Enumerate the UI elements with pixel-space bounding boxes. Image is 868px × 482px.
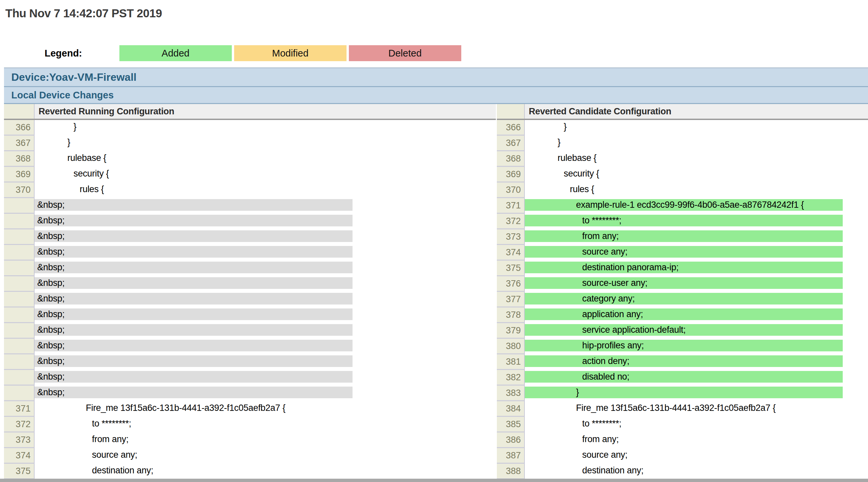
config-line-cell: &nbsp;	[35, 261, 496, 276]
config-line-placeholder: &nbsp;	[35, 293, 352, 304]
line-number: 384	[497, 401, 525, 417]
config-line-normal: rulebase {	[35, 152, 496, 164]
diff-row: &nbsp;	[4, 245, 496, 261]
config-line-cell: rules {	[35, 183, 496, 198]
diff-row: 377category any;	[497, 292, 868, 308]
line-number	[4, 339, 35, 354]
config-line-added: destination panorama-ip;	[525, 262, 843, 273]
config-line-placeholder: &nbsp;	[35, 340, 352, 351]
line-number: 373	[4, 432, 35, 448]
line-number: 378	[497, 308, 525, 323]
diff-row: 373from any;	[4, 432, 496, 448]
config-line-cell: &nbsp;	[35, 339, 496, 354]
line-number: 372	[497, 214, 525, 229]
line-number	[4, 198, 35, 214]
config-line-placeholder: &nbsp;	[35, 355, 352, 367]
device-section: Device:Yoav-VM-Firewall Local Device Cha…	[4, 67, 868, 104]
config-line-cell: &nbsp;	[35, 323, 496, 339]
diff-row: &nbsp;	[4, 386, 496, 401]
config-line-cell: }	[35, 136, 496, 151]
diff-row: 388destination any;	[497, 464, 868, 479]
config-line-cell: rulebase {	[35, 151, 496, 167]
config-line-cell: &nbsp;	[35, 198, 496, 214]
config-line-cell: &nbsp;	[35, 386, 496, 401]
diff-row: 367}	[497, 136, 868, 151]
horizontal-scrollbar[interactable]	[0, 479, 868, 482]
config-line-placeholder: &nbsp;	[35, 262, 352, 273]
config-line-cell: Fire_me 13f15a6c-131b-4441-a392-f1c05aef…	[35, 401, 496, 417]
line-number: 387	[497, 448, 525, 464]
line-number: 382	[497, 370, 525, 386]
diff-row: 373from any;	[497, 229, 868, 245]
line-number: 381	[497, 354, 525, 370]
local-device-changes-bar: Local Device Changes	[4, 87, 868, 104]
line-number	[4, 276, 35, 292]
legend-item-modified: Modified	[234, 45, 346, 61]
config-line-normal: to ********;	[525, 418, 868, 429]
config-line-normal: security {	[35, 168, 496, 180]
line-number: 373	[497, 229, 525, 245]
config-line-added: to ********;	[525, 215, 843, 226]
line-number: 383	[497, 386, 525, 401]
diff-row: 386from any;	[497, 432, 868, 448]
config-line-cell: destination panorama-ip;	[525, 261, 868, 276]
config-line-cell: from any;	[35, 432, 496, 448]
config-line-placeholder: &nbsp;	[35, 246, 352, 258]
line-number: 374	[497, 245, 525, 261]
config-line-cell: source-user any;	[525, 276, 868, 292]
diff-row: 374source any;	[497, 245, 868, 261]
line-number	[4, 214, 35, 229]
config-line-normal: }	[525, 121, 868, 133]
config-line-normal: to ********;	[35, 418, 496, 429]
config-line-normal: destination any;	[525, 465, 868, 476]
config-line-cell: Fire_me 13f15a6c-131b-4441-a392-f1c05aef…	[525, 401, 868, 417]
config-line-added: disabled no;	[525, 371, 843, 383]
config-line-cell: to ********;	[525, 214, 868, 229]
diff-row: 371Fire_me 13f15a6c-131b-4441-a392-f1c05…	[4, 401, 496, 417]
config-line-added: category any;	[525, 293, 843, 304]
config-line-normal: source any;	[525, 449, 868, 461]
line-number-header	[4, 104, 35, 119]
diff-row: 382disabled no;	[497, 370, 868, 386]
config-line-normal: rules {	[35, 184, 496, 195]
config-line-placeholder: &nbsp;	[35, 277, 352, 289]
config-line-cell: source any;	[35, 448, 496, 464]
line-number	[4, 245, 35, 261]
diff-row: &nbsp;	[4, 198, 496, 214]
config-line-normal: }	[35, 121, 496, 133]
config-line-placeholder: &nbsp;	[35, 215, 352, 226]
line-number	[4, 308, 35, 323]
config-line-cell: &nbsp;	[35, 276, 496, 292]
line-number: 376	[497, 276, 525, 292]
config-line-added: application any;	[525, 309, 843, 320]
config-line-added: hip-profiles any;	[525, 340, 843, 351]
diff-row: &nbsp;	[4, 276, 496, 292]
line-number: 366	[497, 120, 525, 136]
diff-row: 383}	[497, 386, 868, 401]
config-line-placeholder: &nbsp;	[35, 230, 352, 242]
line-number-header	[497, 104, 525, 119]
config-line-cell: &nbsp;	[35, 308, 496, 323]
line-number: 375	[4, 464, 35, 479]
line-number: 375	[497, 261, 525, 276]
candidate-config-body: 366}367}368rulebase {369security {370rul…	[497, 120, 868, 479]
line-number: 370	[4, 183, 35, 198]
config-line-normal: from any;	[525, 433, 868, 445]
config-line-cell: security {	[35, 167, 496, 183]
config-line-normal: rulebase {	[525, 152, 868, 164]
line-number	[4, 370, 35, 386]
config-line-placeholder: &nbsp;	[35, 324, 352, 336]
legend-label: Legend:	[44, 45, 82, 61]
diff-row: &nbsp;	[4, 370, 496, 386]
config-line-normal: Fire_me 13f15a6c-131b-4441-a392-f1c05aef…	[35, 402, 496, 414]
line-number	[4, 292, 35, 308]
running-config-body: 366}367}368rulebase {369security {370rul…	[4, 120, 496, 479]
diff-row: 381action deny;	[497, 354, 868, 370]
section-title: Local Device Changes	[11, 90, 114, 100]
config-line-cell: &nbsp;	[35, 354, 496, 370]
candidate-config-table: Reverted Candidate Configuration 366}367…	[497, 104, 868, 479]
diff-row: &nbsp;	[4, 229, 496, 245]
config-line-cell: security {	[525, 167, 868, 183]
config-line-added: }	[525, 387, 843, 398]
line-number: 367	[4, 136, 35, 151]
